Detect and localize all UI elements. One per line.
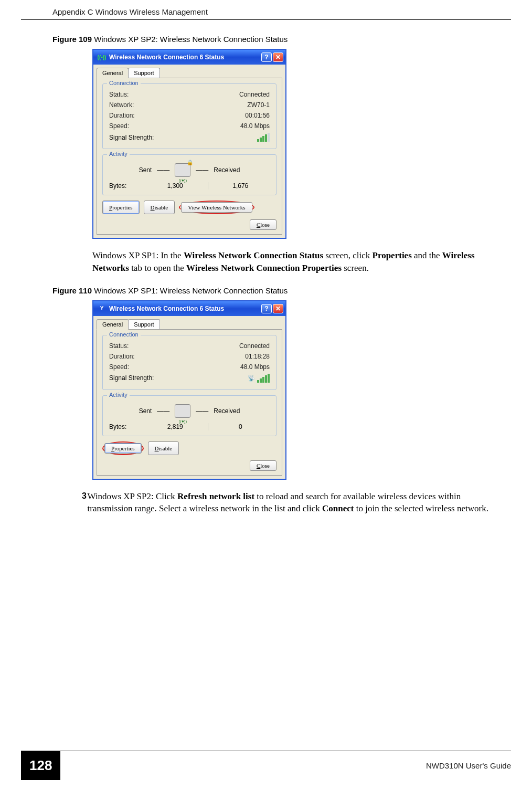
dash-icon: —— — [157, 166, 169, 174]
disable-button[interactable]: Disable — [148, 441, 179, 455]
bytes-label: Bytes: — [109, 423, 146, 430]
bytes-sent: 1,300 — [146, 182, 205, 190]
figure-110-number: Figure 110 — [52, 286, 92, 295]
monitor-icon — [175, 404, 190, 418]
figure-109-caption: Figure 109 Windows XP SP2: Wireless Netw… — [52, 35, 501, 44]
titlebar-buttons: ? ✕ — [261, 304, 283, 313]
signal-label: Signal Strength: — [109, 134, 154, 141]
activity-group: Activity Sent —— —— Received Bytes: 1,30… — [102, 154, 276, 195]
titlebar[interactable]: ((•)) Wireless Network Connection 6 Stat… — [93, 50, 285, 65]
monitor-lock-icon — [175, 163, 190, 177]
button-row: Properties Disable — [102, 441, 276, 457]
step-text: Windows XP SP2: Click Refresh network li… — [88, 490, 496, 515]
page-footer: 128 NWD310N User's Guide — [21, 751, 511, 780]
highlight-icon: View Wireless Networks — [179, 201, 254, 214]
step-3: 3 Windows XP SP2: Click Refresh network … — [82, 490, 496, 515]
tabs: General Support — [93, 65, 285, 78]
help-button[interactable]: ? — [261, 304, 272, 313]
signal-label: Signal Strength: — [109, 374, 154, 382]
page-number: 128 — [21, 751, 60, 780]
dash-icon: —— — [196, 407, 208, 415]
tabs: General Support — [93, 316, 285, 329]
page-header: Appendix C Windows Wireless Management — [21, 0, 511, 20]
dash-icon: —— — [196, 166, 208, 174]
connection-legend: Connection — [107, 80, 141, 86]
tab-support[interactable]: Support — [128, 319, 160, 329]
properties-button[interactable]: Properties — [104, 443, 142, 454]
network-value: ZW70-1 — [247, 101, 270, 109]
speed-label: Speed: — [109, 122, 129, 130]
antenna-icon: 📡 — [248, 375, 255, 382]
properties-button[interactable]: Properties — [102, 201, 140, 214]
sent-label: Sent — [139, 407, 152, 415]
divider-icon — [208, 423, 208, 430]
duration-value: 00:01:56 — [245, 112, 270, 119]
dialog-sp2-status: ((•)) Wireless Network Connection 6 Stat… — [92, 49, 286, 239]
wireless-icon: ((•)) — [98, 53, 106, 61]
dialog-sp1-status: Y Wireless Network Connection 6 Status ?… — [92, 300, 286, 480]
highlight-icon: Properties — [102, 441, 144, 455]
dash-icon: —— — [157, 407, 169, 415]
sent-label: Sent — [139, 166, 152, 174]
activity-legend: Activity — [107, 151, 130, 157]
status-label: Status: — [109, 342, 129, 350]
titlebar-buttons: ? ✕ — [261, 52, 283, 62]
titlebar[interactable]: Y Wireless Network Connection 6 Status ?… — [93, 301, 285, 316]
connection-group: Connection Status:Connected Duration:01:… — [102, 335, 276, 390]
close-button[interactable]: Close — [250, 219, 276, 230]
panel: Connection Status:Connected Network:ZW70… — [97, 78, 282, 235]
figure-109-title: Windows XP SP2: Wireless Network Connect… — [92, 35, 288, 44]
speed-value: 48.0 Mbps — [240, 122, 270, 130]
tab-general[interactable]: General — [97, 319, 129, 330]
footer-guide: NWD310N User's Guide — [426, 761, 511, 770]
page-content: Figure 109 Windows XP SP2: Wireless Netw… — [0, 20, 532, 515]
network-label: Network: — [109, 101, 134, 109]
duration-value: 01:18:28 — [245, 353, 270, 360]
close-x-button[interactable]: ✕ — [273, 304, 283, 313]
close-x-button[interactable]: ✕ — [273, 52, 283, 62]
speed-value: 48.0 Mbps — [240, 363, 270, 371]
received-label: Received — [214, 407, 240, 415]
help-button[interactable]: ? — [261, 52, 272, 62]
header-title: Appendix C Windows Wireless Management — [52, 7, 208, 16]
duration-label: Duration: — [109, 353, 135, 360]
tab-general[interactable]: General — [97, 68, 129, 78]
figure-109-number: Figure 109 — [52, 35, 92, 44]
bytes-received: 1,676 — [211, 182, 270, 190]
window-title: Wireless Network Connection 6 Status — [109, 305, 261, 312]
close-button[interactable]: Close — [250, 460, 276, 471]
speed-label: Speed: — [109, 363, 129, 371]
connection-group: Connection Status:Connected Network:ZW70… — [102, 83, 276, 149]
window-title: Wireless Network Connection 6 Status — [109, 54, 261, 61]
connection-legend: Connection — [107, 331, 141, 338]
bytes-received: 0 — [211, 423, 270, 430]
tab-support[interactable]: Support — [128, 68, 160, 78]
disable-button[interactable]: Disable — [144, 201, 175, 214]
panel: Connection Status:Connected Duration:01:… — [97, 329, 282, 476]
signal-bars-icon — [257, 133, 270, 142]
signal-strength-indicator: 📡 — [248, 374, 270, 383]
figure-110-title: Windows XP SP1: Wireless Network Connect… — [92, 286, 288, 295]
activity-group: Activity Sent —— —— Received Bytes: 2,81… — [102, 395, 276, 436]
close-row: Close — [102, 457, 276, 471]
bytes-sent: 2,819 — [146, 423, 205, 430]
received-label: Received — [214, 166, 240, 174]
button-row: Properties Disable View Wireless Network… — [102, 201, 276, 216]
activity-legend: Activity — [107, 392, 130, 398]
step-number: 3 — [82, 490, 88, 515]
divider-icon — [208, 182, 208, 190]
signal-bars-icon — [257, 374, 270, 383]
wireless-icon: Y — [98, 304, 106, 313]
close-row: Close — [102, 216, 276, 230]
view-wireless-networks-button[interactable]: View Wireless Networks — [181, 202, 252, 213]
status-value: Connected — [239, 91, 270, 98]
status-label: Status: — [109, 91, 129, 98]
paragraph-sp1-intro: Windows XP SP1: In the Wireless Network … — [92, 249, 491, 275]
duration-label: Duration: — [109, 112, 135, 119]
bytes-label: Bytes: — [109, 182, 146, 190]
status-value: Connected — [239, 342, 270, 350]
figure-110-caption: Figure 110 Windows XP SP1: Wireless Netw… — [52, 286, 501, 295]
